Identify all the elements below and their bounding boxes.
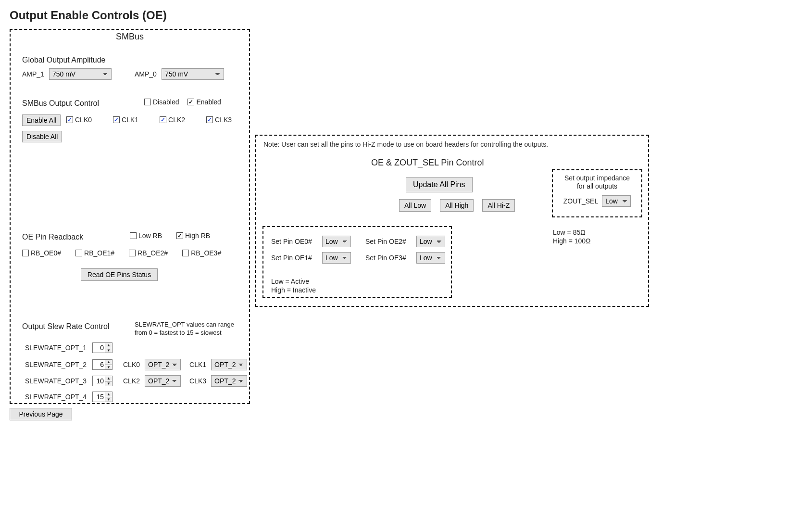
clk1-opt-label: CLK1 [189, 361, 206, 368]
clk3-opt-label: CLK3 [189, 377, 206, 385]
global-amp-label: Global Output Amplitude [22, 56, 105, 64]
update-all-pins-button[interactable]: Update All Pins [406, 177, 473, 192]
slew-help-line1: SLEWRATE_OPT values can range [135, 320, 234, 329]
pin-control-panel: Note: User can set all the pins to Hi-Z … [255, 135, 649, 307]
amp1-label: AMP_1 [22, 70, 44, 78]
set-pin-oe3-label: Set Pin OE3# [365, 254, 412, 262]
page-title: Output Enable Controls (OE) [10, 9, 802, 22]
smbus-panel-title: SMBus [11, 32, 249, 42]
clk1-checkbox[interactable]: CLK1 [113, 116, 138, 124]
legend-enabled: Enabled [187, 98, 221, 106]
down-arrow-icon[interactable]: ▼ [105, 348, 112, 354]
smbus-panel: SMBus Global Output Amplitude AMP_1 750 … [10, 29, 250, 404]
set-pin-oe2-label: Set Pin OE2# [365, 238, 412, 245]
slewrate-opt2-stepper[interactable]: ▲▼ [92, 359, 112, 370]
clk1-opt-select[interactable]: OPT_2 [211, 359, 247, 370]
all-high-button[interactable]: All High [440, 199, 474, 212]
slewrate-opt1-stepper[interactable]: ▲▼ [92, 342, 112, 353]
set-pin-oe1-select[interactable]: Low [322, 252, 351, 264]
legend-high-rb: High RB [176, 232, 210, 240]
slewrate-opt1-label: SLEWRATE_OPT_1 [25, 344, 87, 352]
slewrate-opt3-input[interactable] [92, 376, 105, 386]
legend-low-rb: Low RB [130, 232, 162, 240]
up-arrow-icon[interactable]: ▲ [105, 359, 112, 365]
rb-oe1-checkbox[interactable]: RB_OE1# [75, 249, 114, 257]
set-pin-oe2-select[interactable]: Low [416, 236, 445, 247]
slew-help-line2: from 0 = fastest to 15 = slowest [135, 329, 234, 337]
pin-control-note: Note: User can set all the pins to Hi-Z … [263, 140, 640, 148]
pin-panel-title: OE & ZOUT_SEL Pin Control [371, 158, 484, 168]
up-arrow-icon[interactable]: ▲ [105, 392, 112, 397]
zout-sel-box: Set output impedance for all outputs ZOU… [552, 169, 642, 217]
amp0-select[interactable]: 750 mV [162, 68, 224, 80]
down-arrow-icon[interactable]: ▼ [105, 397, 112, 403]
set-pin-box: Set Pin OE0# Low Set Pin OE2# Low Set Pi… [262, 226, 452, 298]
slewrate-opt4-stepper[interactable]: ▲▼ [92, 392, 112, 402]
clk3-opt-select[interactable]: OPT_2 [211, 375, 247, 387]
slewrate-opt2-label: SLEWRATE_OPT_2 [25, 361, 87, 368]
clk0-opt-label: CLK0 [123, 361, 140, 368]
read-oe-pins-button[interactable]: Read OE Pins Status [81, 268, 158, 281]
rb-oe3-checkbox[interactable]: RB_OE3# [182, 249, 221, 257]
previous-page-button[interactable]: Previous Page [10, 408, 72, 420]
set-pin-legend-high: High = Inactive [271, 286, 316, 294]
slewrate-opt3-label: SLEWRATE_OPT_3 [25, 377, 87, 385]
amp1-select[interactable]: 750 mV [49, 68, 112, 80]
clk0-checkbox[interactable]: CLK0 [66, 116, 92, 124]
zout-high-note: High = 100Ω [553, 237, 591, 245]
zout-sel-label: ZOUT_SEL [563, 197, 598, 205]
slewrate-opt1-input[interactable] [92, 342, 105, 353]
smbus-output-control-label: SMBus Output Control [22, 99, 99, 108]
legend-disabled: Disabled [144, 98, 179, 106]
amp0-label: AMP_0 [135, 70, 157, 78]
zout-box-line1: Set output impedance [553, 174, 641, 182]
set-pin-legend-low: Low = Active [271, 277, 316, 286]
enable-all-button[interactable]: Enable All [22, 114, 61, 126]
zout-sel-select[interactable]: Low [602, 195, 631, 207]
clk3-checkbox[interactable]: CLK3 [206, 116, 232, 124]
zout-box-line2: for all outputs [553, 182, 641, 190]
slewrate-opt4-label: SLEWRATE_OPT_4 [25, 393, 87, 401]
up-arrow-icon[interactable]: ▲ [105, 376, 112, 381]
all-low-button[interactable]: All Low [399, 199, 431, 212]
set-pin-oe0-label: Set Pin OE0# [271, 238, 317, 245]
set-pin-oe1-label: Set Pin OE1# [271, 254, 317, 262]
clk2-opt-label: CLK2 [123, 377, 140, 385]
set-pin-oe0-select[interactable]: Low [322, 236, 351, 247]
slewrate-opt2-input[interactable] [92, 359, 105, 370]
clk0-opt-select[interactable]: OPT_2 [145, 359, 181, 370]
set-pin-oe3-select[interactable]: Low [416, 252, 445, 264]
rb-oe0-checkbox[interactable]: RB_OE0# [22, 249, 61, 257]
down-arrow-icon[interactable]: ▼ [105, 381, 112, 387]
zout-low-note: Low = 85Ω [553, 228, 591, 237]
slew-rate-label: Output Slew Rate Control [22, 322, 109, 331]
rb-oe2-checkbox[interactable]: RB_OE2# [129, 249, 168, 257]
up-arrow-icon[interactable]: ▲ [105, 342, 112, 348]
slewrate-opt4-input[interactable] [92, 392, 105, 402]
disable-all-button[interactable]: Disable All [22, 131, 62, 142]
slewrate-opt3-stepper[interactable]: ▲▼ [92, 376, 112, 386]
clk2-opt-select[interactable]: OPT_2 [145, 375, 181, 387]
clk2-checkbox[interactable]: CLK2 [160, 116, 185, 124]
all-hiz-button[interactable]: All Hi-Z [482, 199, 515, 212]
down-arrow-icon[interactable]: ▼ [105, 365, 112, 370]
oe-readback-label: OE Pin Readback [22, 233, 83, 241]
